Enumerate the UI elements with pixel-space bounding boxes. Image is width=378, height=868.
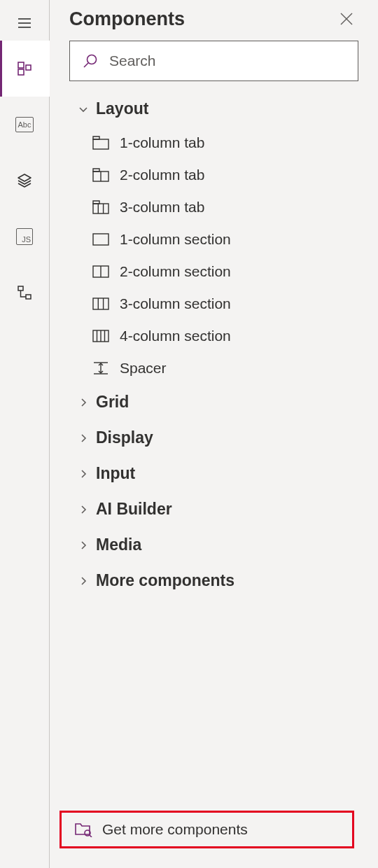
category-media[interactable]: Media (57, 527, 371, 563)
one-col-tab-icon (92, 134, 110, 151)
hamburger-menu-button[interactable] (0, 6, 50, 41)
leaf-label: 4-column section (120, 328, 231, 344)
leaf-1-column-section[interactable]: 1-column section (57, 223, 371, 255)
js-icon: JS (16, 228, 33, 245)
leaf-label: 2-column section (120, 263, 231, 280)
panel-title: Components (69, 8, 185, 30)
svg-rect-19 (93, 234, 108, 245)
leaf-label: Spacer (120, 360, 167, 377)
chevron-right-icon (78, 575, 89, 587)
search-input[interactable] (108, 52, 345, 70)
three-col-section-icon (92, 295, 110, 312)
rail-item-components[interactable] (0, 41, 50, 97)
leaf-1-column-tab[interactable]: 1-column tab (57, 127, 371, 159)
leaf-label: 3-column tab (120, 199, 204, 216)
category-label: AI Builder (96, 500, 172, 519)
leaf-label: 1-column tab (120, 134, 204, 151)
leaf-label: 3-column section (120, 295, 231, 312)
rail-item-fields[interactable]: Abc (0, 97, 50, 153)
category-input[interactable]: Input (57, 456, 371, 491)
search-icon (83, 53, 98, 69)
svg-line-33 (90, 835, 92, 837)
leaf-3-column-section[interactable]: 3-column section (57, 288, 371, 320)
svg-rect-22 (93, 298, 108, 309)
get-more-components-button[interactable]: Get more components (59, 811, 354, 848)
search-container (50, 38, 378, 91)
category-label: Input (96, 464, 135, 483)
category-ai-builder[interactable]: AI Builder (57, 491, 371, 527)
two-col-section-icon (92, 263, 110, 280)
rail-item-layers[interactable] (0, 153, 50, 209)
abc-icon: Abc (15, 117, 34, 132)
svg-point-11 (88, 55, 97, 64)
category-more-components[interactable]: More components (57, 563, 371, 598)
four-col-section-icon (92, 328, 110, 344)
category-display[interactable]: Display (57, 420, 371, 456)
category-label: Display (96, 428, 153, 447)
components-icon (16, 60, 33, 77)
close-icon (340, 12, 354, 26)
chevron-right-icon (78, 397, 89, 408)
two-col-tab-icon (92, 167, 110, 183)
category-grid[interactable]: Grid (57, 384, 371, 420)
svg-rect-3 (18, 62, 24, 68)
leaf-2-column-tab[interactable]: 2-column tab (57, 159, 371, 191)
spacer-icon (92, 360, 110, 377)
leaf-label: 2-column tab (120, 167, 204, 183)
svg-rect-7 (18, 286, 23, 290)
category-layout[interactable]: Layout (57, 91, 371, 127)
chevron-right-icon (78, 540, 89, 551)
search-box[interactable] (69, 41, 358, 81)
leaf-4-column-section[interactable]: 4-column section (57, 320, 371, 352)
svg-line-12 (84, 63, 88, 67)
three-col-tab-icon (92, 199, 110, 216)
chevron-right-icon (78, 433, 89, 444)
footer-label: Get more components (102, 821, 248, 838)
component-tree: Layout 1-column tab 2-column tab (50, 91, 378, 868)
category-label: Layout (96, 99, 148, 118)
leaf-3-column-tab[interactable]: 3-column tab (57, 191, 371, 223)
chevron-right-icon (78, 468, 89, 479)
tree-icon (16, 284, 33, 301)
one-col-section-icon (92, 231, 110, 248)
svg-rect-4 (18, 69, 24, 75)
svg-marker-6 (18, 174, 31, 181)
layers-icon (16, 172, 33, 189)
svg-rect-5 (26, 65, 31, 70)
svg-rect-13 (93, 139, 108, 149)
chevron-down-icon (78, 104, 89, 115)
chevron-right-icon (78, 504, 89, 515)
svg-rect-16 (93, 204, 108, 214)
leaf-label: 1-column section (120, 231, 231, 248)
category-label: Grid (96, 393, 129, 412)
folder-search-icon (74, 822, 92, 837)
category-label: Media (96, 536, 141, 554)
close-button[interactable] (335, 7, 358, 31)
leaf-spacer[interactable]: Spacer (57, 352, 371, 384)
left-nav-rail: Abc JS (0, 0, 50, 868)
category-label: More components (96, 571, 234, 590)
panel-header: Components (50, 0, 378, 38)
rail-item-code[interactable]: JS (0, 209, 50, 265)
svg-rect-8 (26, 295, 31, 299)
hamburger-icon (16, 15, 33, 31)
rail-item-tree[interactable] (0, 265, 50, 321)
leaf-2-column-section[interactable]: 2-column section (57, 255, 371, 288)
components-panel: Components (50, 0, 378, 868)
